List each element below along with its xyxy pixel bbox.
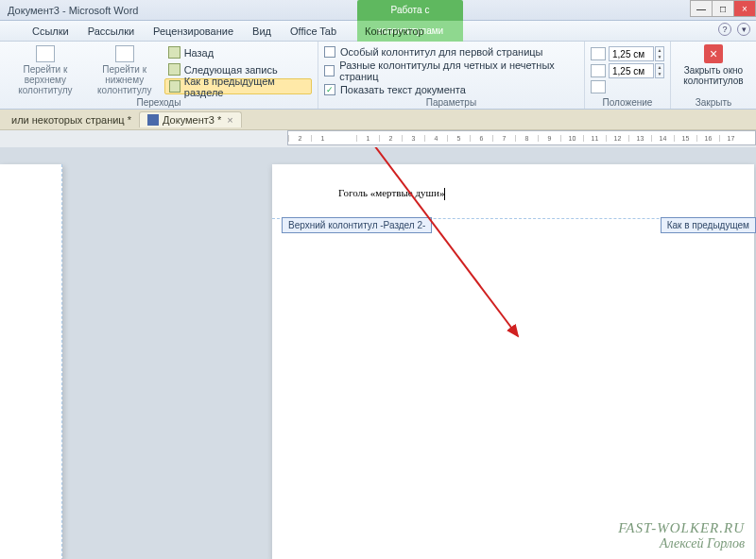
firstpage-checkbox[interactable]: Особый колонтитул для первой страницы bbox=[324, 46, 578, 58]
watermark: FAST-WOLKER.RU Алексей Горлов bbox=[618, 520, 745, 551]
tab-view[interactable]: Вид bbox=[243, 25, 281, 37]
tab-align-icon bbox=[591, 80, 606, 93]
contextual-title: Работа с колонтитулами bbox=[357, 0, 463, 21]
footer-icon bbox=[115, 45, 134, 62]
footer-pos-icon bbox=[591, 64, 606, 77]
header-text[interactable]: Гоголь «мертвые души» bbox=[338, 187, 444, 198]
tab-mailings[interactable]: Рассылки bbox=[78, 25, 144, 37]
doc-tab-other[interactable]: или некоторых страниц * bbox=[4, 112, 139, 127]
group-position: Положение bbox=[591, 96, 664, 108]
goto-footer-button[interactable]: Перейти к нижнему колонтитулу bbox=[85, 44, 164, 96]
horizontal-ruler[interactable]: 211234567891011121314151617 bbox=[287, 130, 756, 145]
close-headerfooter-button[interactable]: × Закрыть окно колонтитулов bbox=[677, 44, 750, 86]
arrow-up-icon bbox=[168, 46, 180, 59]
header-link-tag: Как в предыдущем bbox=[661, 217, 756, 233]
window-title: Документ3 - Microsoft Word bbox=[8, 5, 138, 16]
prev-button[interactable]: Назад bbox=[164, 44, 312, 60]
tab-close-icon[interactable]: × bbox=[227, 114, 232, 126]
prev-page-edge bbox=[0, 164, 62, 559]
header-icon bbox=[36, 45, 55, 62]
close-icon: × bbox=[704, 44, 723, 63]
spinner[interactable]: ▲▼ bbox=[655, 63, 664, 78]
header-pos-icon bbox=[591, 47, 606, 60]
footer-pos-input[interactable] bbox=[609, 63, 654, 78]
word-doc-icon bbox=[147, 114, 159, 126]
close-button[interactable]: × bbox=[733, 0, 756, 17]
tab-officetab[interactable]: Office Tab bbox=[281, 25, 346, 37]
group-close: Закрыть bbox=[677, 96, 750, 108]
tab-links[interactable]: Ссылки bbox=[23, 25, 78, 37]
doc-tab-active[interactable]: Документ3 * × bbox=[139, 111, 242, 127]
goto-header-button[interactable]: Перейти к верхнему колонтитулу bbox=[6, 44, 85, 96]
header-section-tag: Верхний колонтитул -Раздел 2- bbox=[282, 217, 432, 233]
help-icon[interactable]: ? bbox=[718, 23, 731, 36]
oddeven-checkbox[interactable]: Разные колонтитулы для четных и нечетных… bbox=[324, 59, 578, 82]
link-previous-button[interactable]: Как в предыдущем разделе bbox=[164, 78, 312, 94]
header-area[interactable]: Гоголь «мертвые души» Верхний колонтитул… bbox=[272, 164, 754, 219]
maximize-button[interactable]: □ bbox=[712, 0, 734, 17]
minimize-button[interactable]: — bbox=[690, 0, 713, 17]
arrow-down-icon bbox=[168, 63, 180, 76]
options-icon[interactable]: ▾ bbox=[737, 23, 750, 36]
showdoc-checkbox[interactable]: ✓Показать текст документа bbox=[324, 84, 578, 95]
group-params: Параметры bbox=[324, 96, 578, 108]
header-pos-input[interactable] bbox=[609, 46, 654, 61]
group-transitions: Переходы bbox=[6, 96, 312, 108]
tab-review[interactable]: Рецензирование bbox=[144, 25, 243, 37]
spinner[interactable]: ▲▼ bbox=[655, 46, 664, 61]
document-page[interactable]: Гоголь «мертвые души» Верхний колонтитул… bbox=[272, 164, 754, 559]
link-icon bbox=[169, 80, 180, 93]
